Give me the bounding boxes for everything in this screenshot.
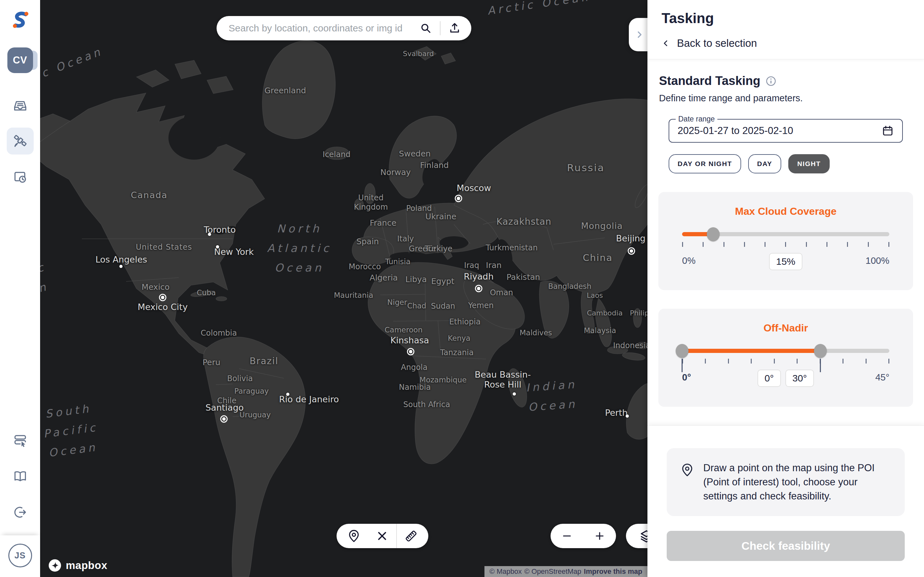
slider-tick xyxy=(843,359,843,364)
section-title: Standard Tasking xyxy=(659,74,760,88)
info-icon[interactable] xyxy=(766,76,776,87)
slider-tick xyxy=(774,359,775,364)
sidebar: CV xyxy=(0,0,40,577)
zoom-in-icon[interactable] xyxy=(593,529,606,543)
off-nadir-max-label: 45° xyxy=(875,372,889,383)
map-attribution: © Mapbox © OpenStreetMap Improve this ma… xyxy=(485,566,648,577)
off-nadir-slider-labels: 0° 0° 30° 45° xyxy=(682,372,889,393)
batch-select-icon xyxy=(12,432,29,449)
slider-tick xyxy=(728,359,729,364)
search-divider xyxy=(440,21,441,35)
attr-osm[interactable]: © OpenStreetMap xyxy=(524,567,582,576)
search-icon[interactable] xyxy=(419,21,433,35)
sidebar-item-logout[interactable] xyxy=(7,499,34,526)
off-nadir-value-max-box[interactable]: 30° xyxy=(785,370,814,387)
page-title: Tasking xyxy=(662,10,910,26)
sidebar-item-docs[interactable] xyxy=(7,463,34,490)
mapbox-logo[interactable]: mapbox xyxy=(48,558,107,572)
off-nadir-slider-track[interactable] xyxy=(682,349,889,353)
layers-icon xyxy=(639,528,648,544)
time-filter-day-or-night[interactable]: DAY OR NIGHT xyxy=(669,154,741,173)
cloud-max-label: 100% xyxy=(866,255,889,266)
cloud-slider-track[interactable] xyxy=(682,232,889,236)
off-nadir-handle-min[interactable] xyxy=(676,344,688,358)
cloud-coverage-title: Max Cloud Coverage xyxy=(682,205,889,218)
off-nadir-slider: 0° 0° 30° 45° xyxy=(682,349,889,393)
instruction-text: Draw a point on the map using the POI (P… xyxy=(703,461,892,503)
calendar-icon[interactable] xyxy=(881,124,895,137)
zoom-out-icon[interactable] xyxy=(560,529,573,543)
sidebar-item-batch-select[interactable] xyxy=(7,427,34,454)
off-nadir-title: Off-Nadir xyxy=(682,322,889,334)
sidebar-footer: JS xyxy=(0,535,40,577)
logout-icon xyxy=(12,504,29,521)
app-root: CV xyxy=(0,0,924,577)
sidebar-nav xyxy=(7,92,34,190)
off-nadir-value-min-box[interactable]: 0° xyxy=(758,370,781,387)
slider-tick xyxy=(703,242,704,247)
cloud-min-label: 0% xyxy=(682,255,696,266)
collapse-panel-button[interactable] xyxy=(629,18,648,51)
off-nadir-handle-max[interactable] xyxy=(814,344,827,358)
cloud-value: 15% xyxy=(769,253,803,270)
slider-tick xyxy=(796,359,798,364)
slider-tick xyxy=(847,242,848,247)
satellogic-logo-icon[interactable] xyxy=(10,8,31,31)
check-feasibility-button[interactable]: Check feasibility xyxy=(667,531,905,561)
slider-tick xyxy=(888,242,889,247)
off-nadir-card: Off-Nadir 0° 0° 30° 45° xyxy=(658,309,913,407)
map-draw-tools xyxy=(336,524,428,548)
panel-body: Standard Tasking Define time range and p… xyxy=(648,59,924,425)
workspace-badge[interactable]: CV xyxy=(7,47,33,73)
panel-footer: Draw a point on the map using the POI (P… xyxy=(648,425,924,577)
sidebar-item-archive[interactable] xyxy=(7,92,34,119)
slider-tick xyxy=(806,242,807,247)
sidebar-item-history[interactable] xyxy=(7,163,34,190)
search-bar[interactable] xyxy=(216,16,471,40)
inbox-archive-icon xyxy=(12,97,29,113)
map[interactable]: Arctic OceanArctic OceanNorth Pacific Oc… xyxy=(40,0,648,577)
clear-drawing-button[interactable] xyxy=(368,524,396,548)
cloud-slider-labels: 0% 15% 100% xyxy=(682,255,889,276)
off-nadir-min-label: 0° xyxy=(682,372,691,383)
cloud-slider-ticks xyxy=(682,242,889,247)
search-input[interactable] xyxy=(229,23,419,34)
mapbox-icon xyxy=(48,558,62,572)
time-filter-day[interactable]: DAY xyxy=(748,154,781,173)
slider-tick xyxy=(682,242,683,247)
slider-tick-long xyxy=(682,359,683,372)
slider-tick xyxy=(744,242,745,247)
cloud-slider: 0% 15% 100% xyxy=(682,232,889,276)
slider-tick xyxy=(724,242,724,247)
upload-icon[interactable] xyxy=(447,21,462,35)
back-button[interactable]: Back to selection xyxy=(662,37,910,49)
off-nadir-slider-ticks xyxy=(682,359,889,364)
workspace-switcher[interactable]: CV xyxy=(7,47,33,73)
date-range-field[interactable]: Date range 2025-01-27 to 2025-02-10 xyxy=(669,119,903,143)
slider-tick xyxy=(827,242,827,247)
sidebar-item-tasking[interactable] xyxy=(7,127,34,155)
measure-tool-button[interactable] xyxy=(397,524,425,548)
chevron-right-icon xyxy=(635,30,644,39)
zoom-controls xyxy=(551,524,616,548)
layers-button[interactable] xyxy=(626,524,648,548)
off-nadir-values: 0° 30° xyxy=(758,370,814,387)
book-icon xyxy=(12,468,29,485)
slider-tick xyxy=(868,242,869,247)
slider-tick xyxy=(866,359,867,364)
avatar[interactable]: JS xyxy=(8,544,32,567)
satellite-icon xyxy=(12,133,29,149)
instruction-card: Draw a point on the map using the POI (P… xyxy=(667,448,905,516)
attr-improve-link[interactable]: Improve this map xyxy=(584,567,642,576)
cloud-slider-handle[interactable] xyxy=(707,227,720,242)
attr-mapbox[interactable]: © Mapbox xyxy=(489,567,522,576)
slider-tick xyxy=(888,359,889,364)
slider-tick xyxy=(785,242,786,247)
cloud-value-box[interactable]: 15% xyxy=(769,253,803,270)
poi-tool-button[interactable] xyxy=(340,524,368,548)
time-filter-night[interactable]: NIGHT xyxy=(788,154,830,173)
panel-header: Tasking Back to selection xyxy=(648,0,924,59)
tasking-panel: Tasking Back to selection Standard Taski… xyxy=(648,0,924,577)
date-range-label: Date range xyxy=(676,115,717,123)
close-icon xyxy=(375,529,389,543)
